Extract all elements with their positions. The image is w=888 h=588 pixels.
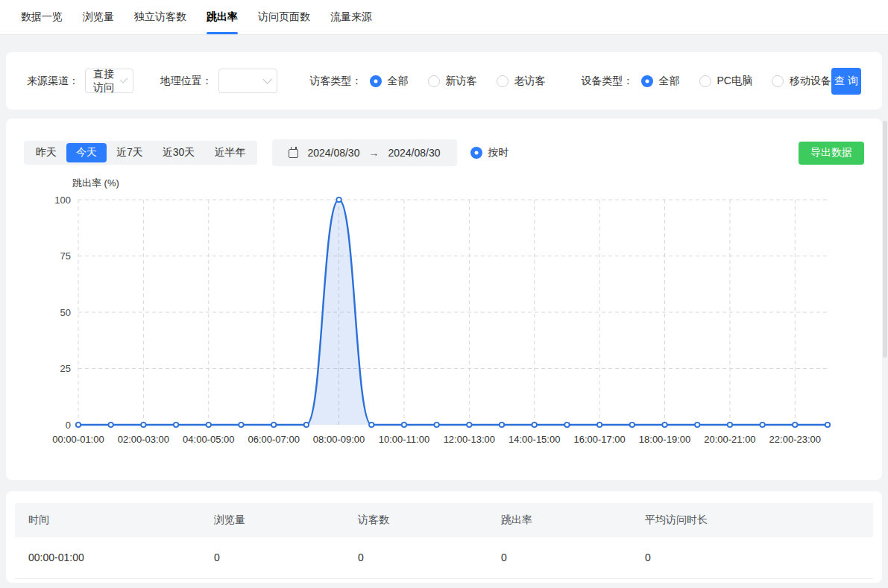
geo-location-label: 地理位置： [160,75,212,88]
header-avg-duration: 平均访问时长 [645,503,873,537]
svg-text:22:00-23:00: 22:00-23:00 [769,434,821,445]
radio-label: 新访客 [446,75,477,88]
device-type-label: 设备类型： [582,75,634,88]
svg-text:12:00-13:00: 12:00-13:00 [444,434,495,445]
cell-pageviews: 0 [214,537,358,578]
preset-last-half-year[interactable]: 近半年 [204,143,255,162]
svg-text:02:00-03:00: 02:00-03:00 [118,434,169,445]
preset-yesterday[interactable]: 昨天 [26,143,66,162]
device-type-pc[interactable]: PC电脑 [699,75,752,88]
visitor-type-returning[interactable]: 老访客 [497,75,546,88]
radio-selected-icon [470,147,482,159]
stats-table-panel: 时间 浏览量 访客数 跳出率 平均访问时长 00:00-01:00 0 0 0 … [6,491,882,583]
date-range-presets: 昨天 今天 近7天 近30天 近半年 [24,141,257,165]
radio-unselected-icon [772,75,784,87]
vertical-scrollbar[interactable] [883,121,887,358]
stats-table: 时间 浏览量 访客数 跳出率 平均访问时长 00:00-01:00 0 0 0 … [15,503,873,579]
cell-avg-duration: 0 [645,537,873,578]
area-chart-svg: 025507510000:00-01:0002:00-03:0004:00-05… [6,118,882,480]
query-button[interactable]: 查 询 [831,68,861,95]
visitor-type-label: 访客类型： [310,75,362,88]
radio-label: PC电脑 [717,75,752,88]
svg-text:04:00-05:00: 04:00-05:00 [183,434,234,445]
table-row: 00:00-01:00 0 0 0 0 [15,537,873,578]
arrow-right-icon: → [368,147,379,159]
svg-text:20:00-21:00: 20:00-21:00 [704,434,755,445]
tab-unique-visitors[interactable]: 独立访客数 [134,0,186,34]
device-type-all[interactable]: 全部 [641,75,680,88]
radio-label: 老访客 [514,75,546,88]
geo-location-select[interactable] [218,69,277,93]
device-type-mobile[interactable]: 移动设备 [772,75,831,88]
chevron-down-icon [120,75,128,83]
svg-text:10:00-11:00: 10:00-11:00 [379,434,429,445]
top-tab-bar: 数据一览 浏览量 独立访客数 跳出率 访问页面数 流量来源 [0,0,888,35]
visitor-type-new[interactable]: 新访客 [428,75,477,88]
radio-unselected-icon [428,75,440,87]
tab-pageviews[interactable]: 浏览量 [83,0,114,34]
device-type-group: 全部 PC电脑 移动设备 [641,75,831,88]
date-range-picker[interactable]: 2024/08/30 → 2024/08/30 [272,139,456,166]
preset-last-30-days[interactable]: 近30天 [153,143,205,162]
radio-selected-icon [641,75,653,87]
preset-today[interactable]: 今天 [66,143,107,162]
svg-text:25: 25 [60,363,71,374]
visitor-type-group: 全部 新访客 老访客 [370,75,546,88]
table-header-row: 时间 浏览量 访客数 跳出率 平均访问时长 [15,503,873,537]
date-start: 2024/08/30 [307,147,359,159]
radio-unselected-icon [699,75,711,87]
tab-pages-visited[interactable]: 访问页面数 [258,0,310,34]
radio-label: 全部 [659,75,680,88]
source-channel-select[interactable]: 直接访问 [85,69,133,93]
tab-data-overview[interactable]: 数据一览 [21,0,63,34]
svg-text:16:00-17:00: 16:00-17:00 [573,434,625,445]
svg-text:100: 100 [54,195,71,206]
svg-text:14:00-15:00: 14:00-15:00 [508,434,560,445]
calendar-icon [289,149,298,158]
radio-label: 移动设备 [790,75,831,88]
svg-text:0: 0 [66,420,71,431]
chevron-down-icon [262,75,272,84]
header-bounce-rate: 跳出率 [501,503,645,537]
cell-time: 00:00-01:00 [15,537,214,578]
svg-text:06:00-07:00: 06:00-07:00 [248,434,299,445]
source-channel-label: 来源渠道： [27,75,79,88]
radio-label: 按时 [488,146,509,159]
radio-unselected-icon [497,75,508,87]
radio-label: 全部 [388,75,409,88]
export-data-button[interactable]: 导出数据 [799,142,864,165]
tab-traffic-source[interactable]: 流量来源 [330,0,372,34]
cell-visitors: 0 [358,537,501,578]
svg-text:50: 50 [60,307,71,318]
chart-toolbar: 昨天 今天 近7天 近30天 近半年 2024/08/30 → 2024/08/… [24,139,864,166]
tab-bounce-rate[interactable]: 跳出率 [207,0,238,34]
svg-text:00:00-01:00: 00:00-01:00 [52,434,104,445]
filter-panel: 来源渠道： 直接访问 地理位置： 访客类型： 全部 新访客 老访客 设备类型： … [6,52,882,110]
source-channel-value: 直接访问 [93,68,120,95]
granularity-hourly-radio[interactable]: 按时 [470,146,509,159]
bounce-rate-chart: 025507510000:00-01:0002:00-03:0004:00-05… [6,118,882,480]
header-visitors: 访客数 [358,503,501,537]
svg-text:75: 75 [60,250,71,262]
date-end: 2024/08/30 [388,147,440,159]
preset-last-7-days[interactable]: 近7天 [107,143,153,162]
visitor-type-all[interactable]: 全部 [370,75,409,88]
chart-panel: 昨天 今天 近7天 近30天 近半年 2024/08/30 → 2024/08/… [6,118,882,480]
svg-text:08:00-09:00: 08:00-09:00 [313,434,365,445]
svg-text:18:00-19:00: 18:00-19:00 [639,434,690,445]
header-pageviews: 浏览量 [214,503,358,537]
radio-selected-icon [370,75,382,87]
header-time: 时间 [15,503,214,537]
cell-bounce-rate: 0 [501,537,645,578]
chart-y-axis-title: 跳出率 (%) [72,177,119,190]
